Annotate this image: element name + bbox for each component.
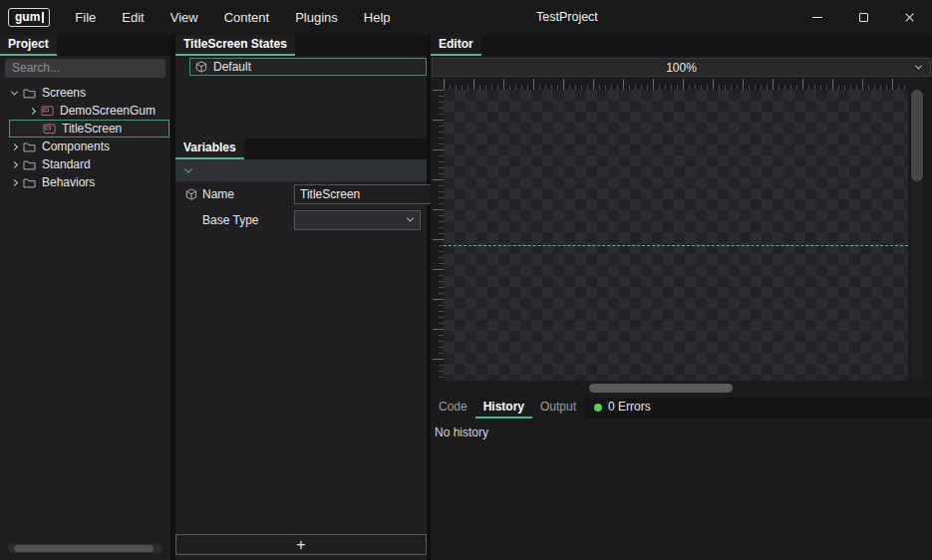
state-label: Default [213, 60, 251, 74]
vertical-ruler [431, 90, 444, 381]
menu-bar: File Edit View Content Plugins Help [62, 0, 403, 35]
menu-edit[interactable]: Edit [109, 0, 156, 35]
cube-icon [195, 61, 207, 73]
tree-item-label: DemoScreenGum [60, 104, 155, 118]
chevron-down-icon[interactable] [11, 88, 18, 95]
scrollbar-thumb[interactable] [911, 90, 923, 181]
project-tabstrip: Project [0, 35, 170, 56]
tab-editor[interactable]: Editor [431, 35, 481, 56]
chevron-down-icon [184, 164, 192, 172]
variables-grid: Name Base Type [175, 181, 427, 233]
gum-logo-text: gum [15, 10, 40, 24]
states-variables-panel: TitleScreen States Default Variables Nam… [175, 35, 427, 560]
folder-icon [23, 159, 36, 170]
variables-expander[interactable] [175, 159, 427, 181]
window-title: TestProject [536, 0, 598, 35]
menu-file[interactable]: File [62, 0, 109, 35]
menu-content[interactable]: Content [211, 0, 283, 35]
tab-titlescreen-states[interactable]: TitleScreen States [175, 35, 295, 56]
chevron-down-icon [407, 215, 414, 222]
gum-logo[interactable]: gum [8, 8, 50, 27]
tree-item-label: Screens [42, 86, 86, 100]
project-horizontal-scrollbar[interactable] [8, 544, 162, 553]
screen-icon [41, 106, 54, 117]
scrollbar-thumb[interactable] [14, 545, 154, 552]
editor-tabstrip: Editor [431, 35, 932, 56]
menu-plugins[interactable]: Plugins [282, 0, 351, 35]
cube-icon [180, 188, 202, 200]
chevron-right-icon[interactable] [11, 160, 18, 167]
chevron-right-icon[interactable] [29, 107, 36, 114]
tree-item-titlescreen[interactable]: TitleScreen [9, 120, 169, 138]
tree-item-behaviors[interactable]: Behaviors [0, 173, 170, 191]
variable-row-name: Name [175, 181, 427, 207]
zoom-dropdown[interactable]: 100% [432, 58, 931, 77]
history-message: No history [435, 425, 488, 439]
text-cursor-icon [42, 12, 44, 23]
titlebar: gum File Edit View Content Plugins Help … [0, 0, 932, 35]
tree-item-components[interactable]: Components [0, 138, 170, 155]
tree-item-label: TitleScreen [62, 122, 122, 136]
horizontal-ruler [444, 79, 908, 90]
project-panel: Project Screens DemoScreenGum TitleScree… [0, 35, 170, 560]
minimize-button[interactable] [794, 0, 840, 35]
tab-variables[interactable]: Variables [175, 139, 244, 159]
maximize-icon [859, 13, 868, 22]
ruler-corner [431, 79, 444, 90]
add-button[interactable]: + [175, 534, 427, 555]
editor-vertical-scrollbar[interactable] [911, 90, 923, 381]
screen-bounds-dashed-line [444, 245, 908, 246]
menu-view[interactable]: View [157, 0, 211, 35]
minimize-icon [812, 17, 822, 18]
tree-item-standard[interactable]: Standard [0, 155, 170, 173]
folder-icon [23, 141, 36, 152]
search-wrap [5, 58, 165, 78]
errors-indicator[interactable]: 0 Errors [584, 398, 661, 419]
state-item-default[interactable]: Default [189, 58, 427, 76]
tab-code[interactable]: Code [431, 398, 475, 419]
variable-row-base-type: Base Type [175, 207, 427, 233]
editor-canvas[interactable] [444, 90, 908, 381]
close-icon [904, 12, 915, 23]
zoom-value: 100% [433, 61, 930, 75]
tab-history[interactable]: History [475, 398, 532, 419]
project-tree: Screens DemoScreenGum TitleScreen Compon… [0, 84, 170, 191]
variable-label: Base Type [202, 213, 294, 227]
tree-item-label: Standard [42, 157, 91, 171]
chevron-right-icon[interactable] [11, 142, 18, 149]
tree-item-screens[interactable]: Screens [0, 84, 170, 102]
folder-icon [23, 88, 36, 99]
base-type-dropdown[interactable] [294, 210, 421, 230]
close-button[interactable] [886, 0, 932, 35]
maximize-button[interactable] [840, 0, 886, 35]
tab-project[interactable]: Project [0, 35, 57, 56]
variables-tabstrip: Variables [175, 139, 427, 159]
tree-item-label: Components [42, 140, 110, 153]
folder-icon [23, 177, 36, 188]
screen-icon [43, 124, 56, 135]
green-dot-icon [594, 404, 602, 412]
states-tabstrip: TitleScreen States [175, 35, 427, 56]
tree-item-label: Behaviors [42, 175, 95, 189]
scrollbar-thumb[interactable] [589, 384, 733, 393]
tab-output[interactable]: Output [532, 398, 584, 419]
search-input[interactable] [5, 59, 165, 78]
chevron-right-icon[interactable] [11, 178, 18, 185]
menu-help[interactable]: Help [351, 0, 404, 35]
variable-label: Name [202, 187, 294, 201]
editor-horizontal-scrollbar[interactable] [444, 384, 908, 394]
tree-item-demoscreengum[interactable]: DemoScreenGum [0, 102, 170, 120]
window-controls [794, 0, 932, 35]
errors-label: 0 Errors [608, 398, 651, 417]
editor-panel: Editor 100% Code History Output 0 Errors… [431, 35, 932, 560]
bottom-tabstrip: Code History Output 0 Errors [431, 398, 932, 419]
